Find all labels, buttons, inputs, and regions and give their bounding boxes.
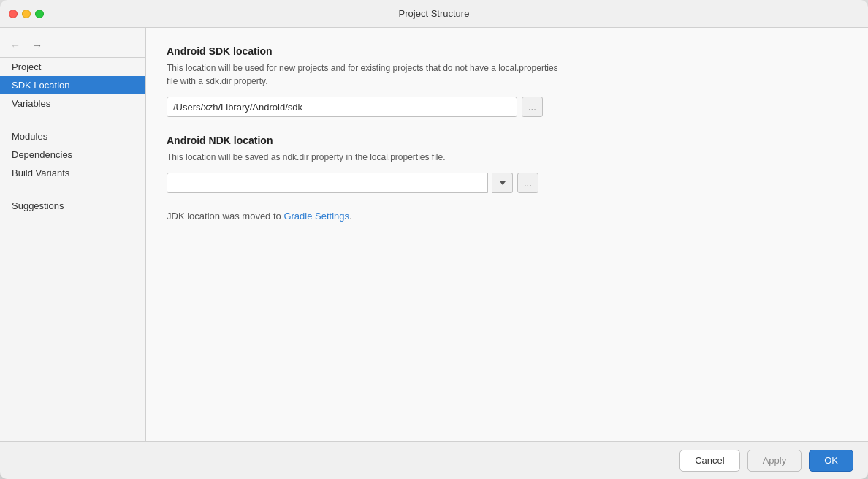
sidebar-item-sdk-location[interactable]: SDK Location xyxy=(0,76,145,94)
back-arrow[interactable]: ← xyxy=(7,38,23,53)
sdk-input-row: ... xyxy=(167,97,848,117)
ndk-input-row: ... xyxy=(167,173,848,193)
title-bar: Project Structure xyxy=(0,0,868,28)
sidebar-item-variables[interactable]: Variables xyxy=(0,94,145,113)
jdk-note-text: JDK location was moved to xyxy=(167,211,283,222)
apply-button[interactable]: Apply xyxy=(747,450,802,472)
sidebar-item-project[interactable]: Project xyxy=(0,58,145,76)
gradle-settings-link[interactable]: Gradle Settings xyxy=(283,211,349,222)
nav-arrows: ← → xyxy=(0,34,145,58)
sdk-location-input[interactable] xyxy=(167,97,517,117)
jdk-note-period: . xyxy=(349,211,352,222)
ndk-location-input[interactable] xyxy=(167,173,488,193)
main-container: ← → Project SDK Location Variables Modul… xyxy=(0,28,868,441)
sidebar: ← → Project SDK Location Variables Modul… xyxy=(0,28,146,441)
ok-button[interactable]: OK xyxy=(809,450,853,472)
chevron-down-icon xyxy=(500,181,506,185)
sidebar-item-build-variants[interactable]: Build Variants xyxy=(0,164,145,182)
sidebar-item-dependencies[interactable]: Dependencies xyxy=(0,146,145,164)
sdk-section-description: This location will be used for new proje… xyxy=(167,61,561,88)
ndk-section-title: Android NDK location xyxy=(167,135,848,146)
close-button[interactable] xyxy=(9,10,18,18)
nav-section-3: Suggestions xyxy=(0,197,145,215)
sidebar-item-suggestions[interactable]: Suggestions xyxy=(0,197,145,215)
nav-section-2: Modules Dependencies Build Variants xyxy=(0,127,145,182)
cancel-button[interactable]: Cancel xyxy=(679,450,739,472)
ndk-dropdown-button[interactable] xyxy=(492,173,513,193)
maximize-button[interactable] xyxy=(35,10,44,18)
sdk-section-title: Android SDK location xyxy=(167,45,848,57)
nav-separator-2 xyxy=(0,188,145,197)
minimize-button[interactable] xyxy=(22,10,31,18)
ndk-browse-button[interactable]: ... xyxy=(517,173,538,193)
footer: Cancel Apply OK xyxy=(0,441,868,479)
window-title: Project Structure xyxy=(399,8,470,19)
forward-arrow[interactable]: → xyxy=(29,38,45,53)
content-area: Android SDK location This location will … xyxy=(146,28,868,441)
ndk-section: Android NDK location This location will … xyxy=(167,135,848,193)
ndk-section-description: This location will be saved as ndk.dir p… xyxy=(167,151,561,164)
sdk-section: Android SDK location This location will … xyxy=(167,45,848,117)
sdk-browse-button[interactable]: ... xyxy=(522,97,543,117)
sidebar-item-modules[interactable]: Modules xyxy=(0,127,145,146)
nav-section-1: Project SDK Location Variables xyxy=(0,58,145,113)
nav-separator-1 xyxy=(0,118,145,127)
jdk-note: JDK location was moved to Gradle Setting… xyxy=(167,211,848,222)
traffic-lights xyxy=(9,10,44,18)
